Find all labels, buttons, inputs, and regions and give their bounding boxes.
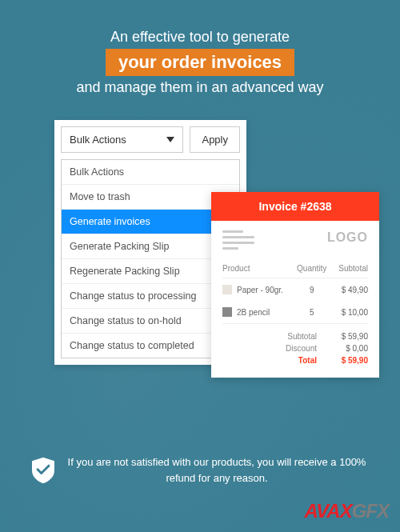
bulk-header: Bulk Actions Apply [54, 120, 246, 159]
product-subtotal: $ 49,90 [328, 286, 368, 294]
watermark: AVAXGFX [305, 500, 389, 522]
table-row: Paper - 90gr. 9 $ 49,90 [222, 278, 368, 301]
headline-line1: An effective tool to generate [0, 29, 400, 46]
total-value: $ 59,90 [333, 356, 368, 365]
product-name: Paper - 90gr. [237, 286, 283, 294]
product-qty: 5 [295, 308, 328, 317]
guarantee-text: If you are not satisfied with our produc… [66, 454, 368, 486]
bulk-actions-select[interactable]: Bulk Actions [61, 126, 183, 153]
select-label: Bulk Actions [70, 134, 126, 146]
product-subtotal: $ 10,00 [328, 308, 368, 317]
invoice-table: Product Quantity Subtotal Paper - 90gr. … [211, 256, 379, 378]
headline-highlight: your order invoices [106, 49, 294, 76]
watermark-part1: AVAX [305, 500, 352, 522]
col-product: Product [222, 264, 295, 273]
total-label: Total [277, 356, 317, 365]
subtotal-value: $ 59,90 [333, 332, 368, 341]
product-swatch-icon [222, 285, 232, 294]
discount-value: $ 0,00 [333, 344, 368, 353]
logo-placeholder: LOGO [327, 230, 368, 245]
address-placeholder [222, 230, 254, 250]
apply-button[interactable]: Apply [190, 126, 240, 153]
product-swatch-icon [222, 307, 232, 317]
product-name: 2B pencil [237, 308, 270, 317]
invoice-totals: Subtotal $ 59,90 Discount $ 0,00 Total $… [222, 323, 368, 366]
discount-label: Discount [277, 344, 317, 353]
chevron-down-icon [166, 137, 174, 142]
table-row: 2B pencil 5 $ 10,00 [222, 301, 368, 323]
col-quantity: Quantity [295, 264, 328, 273]
invoice-title: Invoice #2638 [211, 192, 379, 221]
workspace: Bulk Actions Apply Bulk Actions Move to … [0, 120, 400, 424]
shield-check-icon [32, 457, 54, 484]
table-header: Product Quantity Subtotal [222, 256, 368, 278]
invoice-preview: Invoice #2638 LOGO Product Quantity Subt… [211, 192, 379, 378]
product-qty: 9 [295, 286, 328, 294]
subtotal-label: Subtotal [277, 332, 317, 341]
col-subtotal: Subtotal [328, 264, 368, 273]
watermark-part2: GFX [352, 500, 389, 522]
headline-line3: and manage them in an advanced way [0, 79, 400, 96]
invoice-meta: LOGO [211, 221, 379, 256]
headline: An effective tool to generate your order… [0, 0, 400, 96]
guarantee-row: If you are not satisfied with our produc… [0, 454, 400, 486]
dropdown-option[interactable]: Bulk Actions [62, 160, 239, 185]
